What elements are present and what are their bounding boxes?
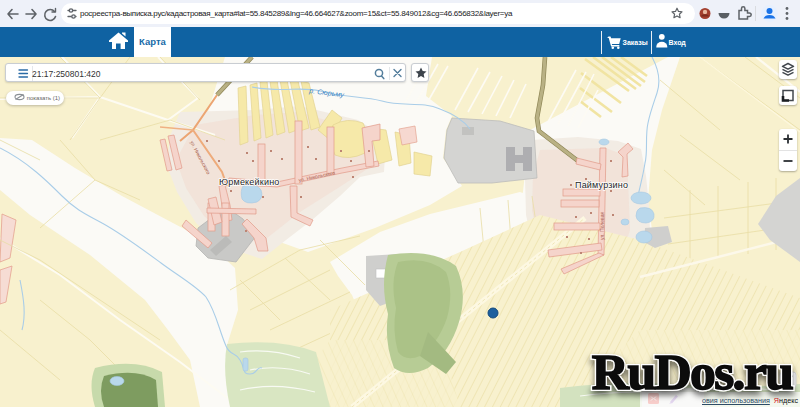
svg-text:RuDos.ru: RuDos.ru xyxy=(592,343,793,400)
svg-text:Паймурзино: Паймурзино xyxy=(575,180,628,190)
svg-text:Юрмекейкино: Юрмекейкино xyxy=(219,177,280,187)
svg-text:ул. Полевая: ул. Полевая xyxy=(599,212,605,240)
